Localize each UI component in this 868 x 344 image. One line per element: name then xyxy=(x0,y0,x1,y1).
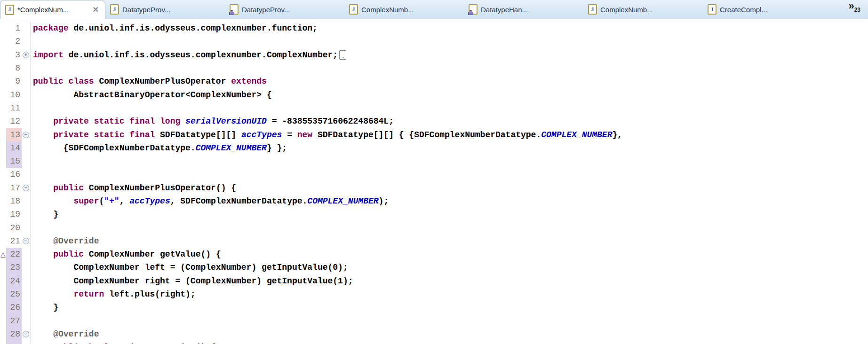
marker-column xyxy=(0,314,6,328)
fold-collapse-icon[interactable]: − xyxy=(23,331,29,337)
code-text[interactable]: import de.uniol.inf.is.odysseus.complexn… xyxy=(31,48,868,62)
code-line-24[interactable]: 24 ComplexNumber right = (ComplexNumber)… xyxy=(0,274,868,288)
code-text[interactable]: AbstractBinaryOperator<ComplexNumber> { xyxy=(31,88,868,101)
code-segment: ( xyxy=(99,196,104,206)
code-segment xyxy=(33,329,53,339)
code-text[interactable] xyxy=(31,62,868,75)
code-text[interactable]: @Override xyxy=(31,235,868,248)
code-line-22[interactable]: △22 public ComplexNumber getValue() { xyxy=(0,248,868,261)
chevron-overflow-icon: » xyxy=(848,2,854,10)
editor-tab-6[interactable]: JComplexNumb... xyxy=(583,0,703,19)
collapsed-region-icon[interactable]: .. xyxy=(339,50,346,60)
fold-column xyxy=(22,221,31,234)
code-line-12[interactable]: 12 private static final long serialVersi… xyxy=(0,115,868,128)
code-line-1[interactable]: 1package de.uniol.inf.is.odysseus.comple… xyxy=(0,22,868,35)
fold-column xyxy=(22,261,31,274)
code-text[interactable]: } xyxy=(31,301,868,314)
java-file-icon: J xyxy=(588,4,597,15)
code-text[interactable]: @Override xyxy=(31,328,868,341)
code-line-3[interactable]: 3+import de.uniol.inf.is.odysseus.comple… xyxy=(0,48,868,62)
marker-column: △ xyxy=(0,341,6,344)
fold-column: − xyxy=(22,328,31,341)
code-line-16[interactable]: 16 xyxy=(0,168,868,181)
line-number: 9 xyxy=(6,75,22,88)
code-text[interactable] xyxy=(31,168,868,181)
code-segment: } }; xyxy=(267,143,287,153)
code-segment: = xyxy=(282,130,297,140)
marker-column xyxy=(0,168,6,181)
fold-column: − xyxy=(22,128,31,141)
fold-expand-icon[interactable]: + xyxy=(23,52,29,58)
code-text[interactable] xyxy=(31,221,868,234)
code-line-15[interactable]: 15 xyxy=(0,155,868,168)
code-line-17[interactable]: 17− public ComplexNumberPlusOperator() { xyxy=(0,181,868,195)
eclipse-editor-window: J*ComplexNum...✕JDatatypeProv...JDatatyp… xyxy=(0,0,868,344)
code-text[interactable] xyxy=(31,35,868,48)
editor-tab-3[interactable]: JDatatypeProv... xyxy=(225,0,344,19)
code-segment: @Override xyxy=(53,329,99,339)
fold-collapse-icon[interactable]: − xyxy=(23,132,29,138)
marker-column xyxy=(0,48,6,62)
code-line-20[interactable]: 20 xyxy=(0,221,868,234)
code-text[interactable]: ComplexNumber left = (ComplexNumber) get… xyxy=(31,261,868,274)
editor-tab-1[interactable]: J*ComplexNum...✕ xyxy=(0,0,105,19)
code-line-14[interactable]: 14 {SDFComplexNumberDatatype.COMPLEX_NUM… xyxy=(0,141,868,155)
code-line-13[interactable]: 13− private static final SDFDatatype[][]… xyxy=(0,128,868,141)
marker-column xyxy=(0,288,6,301)
code-text[interactable]: return left.plus(right); xyxy=(31,288,868,301)
code-text[interactable]: public ComplexNumber getValue() { xyxy=(31,248,868,261)
code-line-23[interactable]: 23 ComplexNumber left = (ComplexNumber) … xyxy=(0,261,868,274)
code-segment: ); xyxy=(379,196,389,206)
override-indicator-icon: △ xyxy=(0,251,6,258)
fold-collapse-icon[interactable]: − xyxy=(23,185,29,191)
code-line-25[interactable]: 25 return left.plus(right); xyxy=(0,288,868,301)
tab-overflow-button[interactable]: » 23 xyxy=(848,0,868,19)
code-segment: }, xyxy=(612,130,622,140)
code-segment: public xyxy=(53,183,84,193)
editor-tab-2[interactable]: JDatatypeProv... xyxy=(105,0,225,19)
code-text[interactable]: public boolean isCommutative() { xyxy=(31,341,868,344)
code-line-29[interactable]: △29 public boolean isCommutative() { xyxy=(0,341,868,344)
code-text[interactable]: package de.uniol.inf.is.odysseus.complex… xyxy=(31,22,868,35)
code-line-26[interactable]: 26 } xyxy=(0,301,868,314)
code-text[interactable]: super("+", accTypes, SDFComplexNumberDat… xyxy=(31,195,868,208)
line-number: 21 xyxy=(6,235,22,248)
tab-label: ComplexNumb... xyxy=(361,6,414,14)
fold-column xyxy=(22,22,31,35)
code-line-9[interactable]: 9public class ComplexNumberPlusOperator … xyxy=(0,75,868,88)
code-text[interactable]: } xyxy=(31,208,868,221)
code-segment: package xyxy=(33,23,73,33)
code-line-19[interactable]: 19 } xyxy=(0,208,868,221)
code-line-27[interactable]: 27 xyxy=(0,314,868,328)
code-segment: private static final long xyxy=(53,117,180,126)
marker-column xyxy=(0,328,6,341)
code-text[interactable]: ComplexNumber right = (ComplexNumber) ge… xyxy=(31,274,868,288)
line-number: 22 xyxy=(6,248,22,261)
editor-tab-5[interactable]: JDatatypeHan... xyxy=(464,0,583,19)
code-text[interactable] xyxy=(31,314,868,328)
code-text[interactable]: private static final SDFDatatype[][] acc… xyxy=(31,128,868,141)
close-icon[interactable]: ✕ xyxy=(91,5,100,15)
editor-tab-4[interactable]: JComplexNumb... xyxy=(344,0,464,19)
code-line-8[interactable]: 8 xyxy=(0,62,868,75)
fold-collapse-icon[interactable]: − xyxy=(23,238,29,244)
code-line-18[interactable]: 18 super("+", accTypes, SDFComplexNumber… xyxy=(0,195,868,208)
code-segment: } xyxy=(33,303,58,312)
code-line-21[interactable]: 21− @Override xyxy=(0,235,868,248)
line-number: 27 xyxy=(6,314,22,328)
code-segment: COMPLEX_NUMBER xyxy=(541,130,612,140)
code-text[interactable] xyxy=(31,155,868,168)
editor-tab-7[interactable]: JCreateCompl... xyxy=(703,0,822,19)
code-text[interactable]: {SDFComplexNumberDatatype.COMPLEX_NUMBER… xyxy=(31,141,868,155)
line-number: 26 xyxy=(6,301,22,314)
code-text[interactable]: public ComplexNumberPlusOperator() { xyxy=(31,181,868,195)
line-number: 28 xyxy=(6,328,22,341)
code-line-28[interactable]: 28− @Override xyxy=(0,328,868,341)
code-text[interactable] xyxy=(31,102,868,115)
code-text[interactable]: private static final long serialVersionU… xyxy=(31,115,868,128)
code-editor[interactable]: 1package de.uniol.inf.is.odysseus.comple… xyxy=(0,19,868,344)
code-line-11[interactable]: 11 xyxy=(0,102,868,115)
code-text[interactable]: public class ComplexNumberPlusOperator e… xyxy=(31,75,868,88)
code-line-2[interactable]: 2 xyxy=(0,35,868,48)
code-line-10[interactable]: 10 AbstractBinaryOperator<ComplexNumber>… xyxy=(0,88,868,101)
